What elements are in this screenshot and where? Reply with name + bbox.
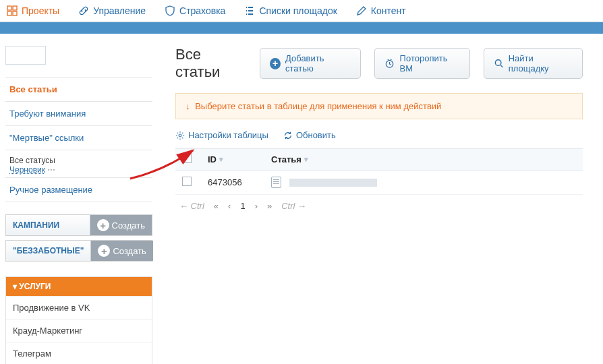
grid-icon: [7, 5, 18, 16]
status-draft-link[interactable]: Черновик: [9, 165, 45, 175]
pager-prev-hint: ← Ctrl: [179, 201, 204, 211]
btn-label: Добавить статью: [285, 53, 351, 73]
gear-icon: [175, 131, 185, 140]
pager-first[interactable]: «: [214, 201, 219, 211]
table-header: ID ▾ Статья ▾: [175, 148, 583, 171]
project-logo[interactable]: [5, 46, 46, 65]
nav-label: Проекты: [22, 5, 59, 16]
document-icon: [271, 177, 281, 188]
nav-insurance[interactable]: Страховка: [165, 5, 225, 16]
nav-label: Управление: [93, 5, 146, 16]
svg-point-5: [495, 60, 501, 66]
sidebar: Все статьи Требуют внимания "Мертвые" сс…: [0, 34, 155, 364]
service-telegram[interactable]: Телеграм: [6, 342, 152, 364]
panel-carefree: "БЕЗЗАБОТНЫЕ" + Создать: [5, 240, 152, 262]
svg-point-6: [179, 134, 181, 137]
column-id[interactable]: ID ▾: [208, 154, 262, 164]
panel-title[interactable]: "БЕЗЗАБОТНЫЕ": [6, 241, 90, 261]
svg-rect-0: [7, 6, 11, 10]
plus-icon: +: [97, 219, 109, 231]
nav-management[interactable]: Управление: [78, 5, 146, 16]
pager-last[interactable]: »: [267, 201, 272, 211]
service-crowd[interactable]: Крауд-Маркетинг: [6, 319, 152, 342]
create-campaign-button[interactable]: + Создать: [90, 215, 152, 235]
article-title-redacted: [289, 179, 377, 187]
status-header: Все статусы: [9, 156, 148, 165]
svg-rect-1: [13, 6, 17, 10]
filter-manual-placement[interactable]: Ручное размещение: [5, 177, 152, 202]
btn-label: Поторопить ВМ: [400, 53, 460, 73]
refresh-icon: [283, 131, 293, 140]
search-icon: [494, 58, 504, 69]
cell-id: 6473056: [208, 177, 262, 187]
cell-article[interactable]: [271, 177, 377, 188]
find-site-button[interactable]: Найти площадку: [484, 48, 583, 79]
filter-icon: ▾: [219, 155, 223, 164]
articles-table: ID ▾ Статья ▾ 6473056 ← Ctrl « ‹ 1 › » C…: [175, 148, 583, 217]
nav-projects[interactable]: Проекты: [7, 5, 59, 16]
tool-label: Обновить: [296, 130, 336, 140]
pager-next-hint: Ctrl →: [281, 201, 306, 211]
select-all-checkbox[interactable]: [182, 154, 192, 163]
nav-label: Страховка: [179, 5, 225, 16]
header-strip: [0, 22, 603, 34]
arrow-down-icon: ↓: [185, 101, 190, 111]
pager-current: 1: [240, 201, 245, 211]
svg-rect-3: [13, 11, 17, 16]
services-block: ▾ УСЛУГИ Продвижение в VK Крауд-Маркетин…: [5, 276, 152, 364]
btn-label: Найти площадку: [509, 53, 573, 73]
top-nav: Проекты Управление Страховка Списки площ…: [0, 0, 603, 22]
page-title: Все статьи: [175, 46, 246, 81]
hurry-vm-button[interactable]: Поторопить ВМ: [374, 48, 469, 79]
tool-label: Настройки таблицы: [188, 130, 268, 140]
nav-label: Списки площадок: [259, 5, 337, 16]
shield-icon: [165, 5, 175, 16]
status-block: Все статусы Черновик ⋯: [5, 150, 152, 177]
service-vk[interactable]: Продвижение в VK: [6, 296, 152, 319]
notice-bar: ↓ Выберите статьи в таблице для применен…: [175, 93, 583, 119]
panel-title[interactable]: КАМПАНИИ: [6, 215, 66, 235]
panel-action-label: Создать: [113, 246, 146, 256]
plus-icon: +: [98, 245, 110, 257]
pagination: ← Ctrl « ‹ 1 › » Ctrl →: [175, 195, 583, 217]
list-icon: [244, 5, 255, 16]
services-header[interactable]: ▾ УСЛУГИ: [6, 277, 152, 296]
link-icon: [78, 5, 89, 16]
nav-content[interactable]: Контент: [356, 5, 406, 16]
filter-list: Все статьи Требуют внимания "Мертвые" сс…: [5, 77, 152, 202]
main-content: Все статьи + Добавить статью Поторопить …: [155, 34, 603, 364]
page-header: Все статьи + Добавить статью Поторопить …: [175, 46, 583, 81]
plus-circle-icon: +: [270, 58, 281, 69]
pager-next[interactable]: ›: [255, 201, 258, 211]
row-checkbox[interactable]: [182, 177, 192, 186]
table-settings-button[interactable]: Настройки таблицы: [175, 130, 268, 140]
pen-icon: [356, 5, 367, 16]
nav-site-lists[interactable]: Списки площадок: [244, 5, 337, 16]
refresh-button[interactable]: Обновить: [283, 130, 336, 140]
filter-all-articles[interactable]: Все статьи: [5, 78, 152, 102]
clock-icon: [384, 58, 395, 69]
filter-dead-links[interactable]: "Мертвые" ссылки: [5, 126, 152, 150]
table-toolbar: Настройки таблицы Обновить: [175, 130, 583, 140]
filter-needs-attention[interactable]: Требуют внимания: [5, 102, 152, 126]
notice-text: Выберите статьи в таблице для применения…: [195, 101, 441, 111]
filter-icon: ▾: [304, 155, 308, 164]
table-row: 6473056: [175, 171, 583, 195]
panel-action-label: Создать: [112, 220, 145, 231]
svg-rect-2: [7, 11, 11, 16]
pager-prev[interactable]: ‹: [228, 201, 231, 211]
dots-icon: ⋯: [47, 165, 56, 175]
nav-label: Контент: [371, 5, 406, 16]
create-carefree-button[interactable]: + Создать: [90, 241, 152, 261]
column-article[interactable]: Статья ▾: [271, 154, 308, 164]
panel-campaigns: КАМПАНИИ + Создать: [5, 214, 152, 236]
add-article-button[interactable]: + Добавить статью: [260, 48, 362, 79]
